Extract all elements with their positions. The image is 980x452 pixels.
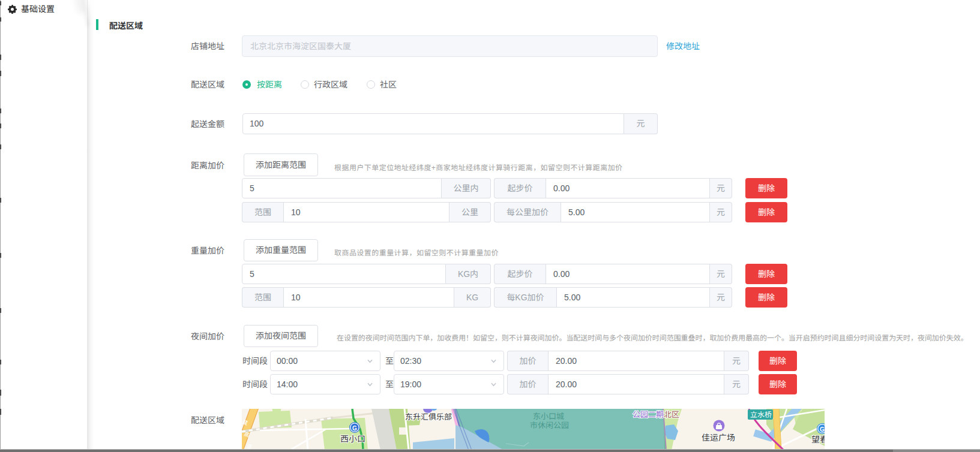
- svg-text:东小口城: 东小口城: [533, 412, 564, 421]
- svg-text:西小口: 西小口: [340, 434, 365, 444]
- svg-text:公园二期北区: 公园二期北区: [633, 410, 679, 419]
- svg-text:望春: 望春: [811, 435, 825, 444]
- svg-text:G: G: [352, 425, 357, 432]
- svg-text:G: G: [820, 426, 825, 433]
- svg-text:市休闲公园: 市休闲公园: [530, 421, 569, 430]
- svg-text:立水桥: 立水桥: [750, 411, 772, 419]
- svg-text:佳运广场: 佳运广场: [702, 433, 735, 442]
- svg-text:东升汇俱乐部: 东升汇俱乐部: [405, 412, 452, 421]
